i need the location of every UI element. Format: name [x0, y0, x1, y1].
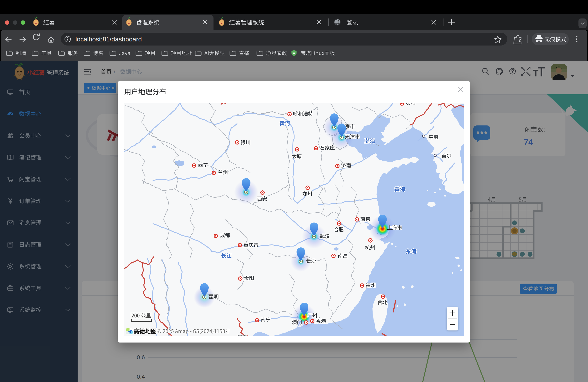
svg-text:localhost:81/dashboard: localhost:81/dashboard	[75, 36, 142, 43]
